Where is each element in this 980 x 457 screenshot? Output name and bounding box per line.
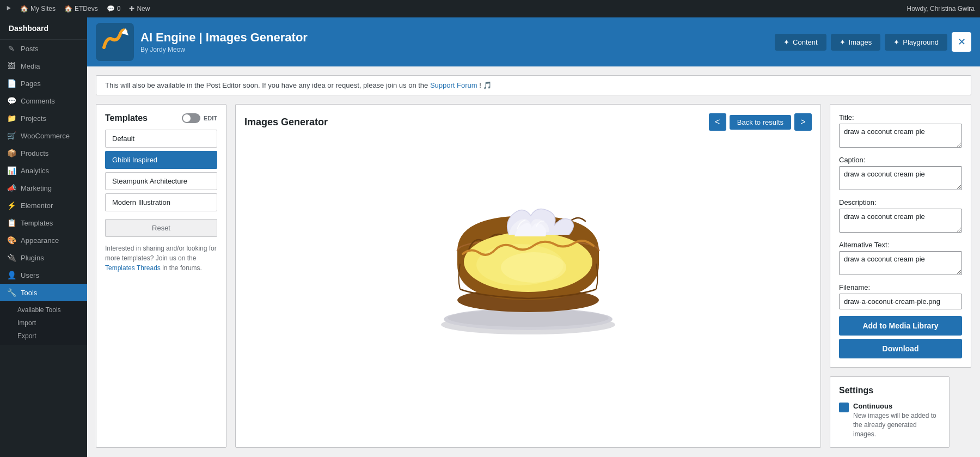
filename-input[interactable]: [839, 294, 962, 309]
info-bar: This will also be available in the Post …: [96, 75, 971, 95]
posts-icon: ✎: [7, 44, 16, 53]
sidebar-item-analytics[interactable]: 📊 Analytics: [0, 162, 87, 179]
continuous-label: Continuous: [853, 402, 940, 410]
admin-bar: ‣ 🏠 My Sites 🏠 ETDevs 💬 0 ✚ New Howdy, C…: [0, 0, 980, 17]
continuous-option-content: Continuous New images will be added to t…: [853, 402, 940, 438]
toggle-knob: [183, 114, 191, 122]
sidebar-brand[interactable]: Dashboard: [0, 17, 87, 40]
sidebar-tools-submenu: Available Tools Import Export: [0, 301, 87, 345]
filename-field-group: Filename:: [839, 283, 962, 309]
sidebar-item-marketing[interactable]: 📣 Marketing: [0, 179, 87, 197]
add-to-media-library-btn[interactable]: Add to Media Library: [839, 316, 962, 336]
projects-icon: 📁: [7, 114, 16, 123]
sidebar-item-comments[interactable]: 💬 Comments: [0, 92, 87, 109]
support-forum-link[interactable]: Support Forum: [430, 81, 477, 89]
plugin-author: By Jordy Meow: [140, 46, 308, 53]
sidebar-item-projects[interactable]: 📁 Projects: [0, 109, 87, 127]
wp-logo-icon[interactable]: ‣: [5, 3, 11, 15]
appearance-icon: 🎨: [7, 236, 16, 245]
header-nav-images-btn[interactable]: ✦ Images: [831, 34, 881, 51]
plugin-logo-svg: [99, 26, 131, 58]
content-area: AI Engine | Images Generator By Jordy Me…: [87, 17, 980, 457]
comments-icon: 💬: [7, 96, 16, 105]
sidebar-sub-import[interactable]: Import: [0, 316, 87, 330]
sidebar-item-templates[interactable]: 📋 Templates: [0, 214, 87, 231]
generated-image-container: [244, 139, 812, 357]
header-close-btn[interactable]: ✕: [952, 32, 971, 52]
description-textarea[interactable]: [839, 209, 962, 233]
three-col-layout: Templates EDIT Default Ghibli Inspired S…: [96, 104, 971, 448]
plugin-title: AI Engine | Images Generator: [140, 31, 308, 45]
settings-title: Settings: [839, 386, 940, 395]
sidebar-item-tools[interactable]: 🔧 Tools: [0, 284, 87, 301]
header-nav: ✦ Content ✦ Images ✦ Playground ✕: [775, 32, 971, 52]
filename-label: Filename:: [839, 283, 962, 291]
sidebar-item-posts[interactable]: ✎ Posts: [0, 40, 87, 57]
back-results-btn[interactable]: Back to results: [730, 115, 791, 130]
header-nav-content-btn[interactable]: ✦ Content: [775, 34, 826, 51]
template-item-modern[interactable]: Modern Illustration: [105, 193, 217, 211]
generator-header: Images Generator < Back to results >: [244, 113, 812, 131]
generator-panel: Images Generator < Back to results >: [235, 104, 821, 448]
close-icon: ✕: [958, 36, 966, 48]
plugins-icon: 🔌: [7, 253, 16, 262]
templates-title: Templates: [105, 113, 148, 123]
template-item-steampunk[interactable]: Steampunk Architecture: [105, 172, 217, 190]
continuous-checkbox[interactable]: [839, 403, 849, 412]
sidebar-item-products[interactable]: 📦 Products: [0, 144, 87, 162]
elementor-icon: ⚡: [7, 201, 16, 210]
edit-toggle[interactable]: EDIT: [182, 113, 217, 123]
templates-threads-link[interactable]: Templates Threads: [105, 264, 161, 272]
sun-icon-2: ✦: [840, 38, 846, 46]
sun-icon-3: ✦: [893, 38, 899, 46]
sidebar-item-woocommerce[interactable]: 🛒 WooCommerce: [0, 127, 87, 144]
woocommerce-icon: 🛒: [7, 131, 16, 140]
adminbar-user-greeting: Howdy, Christina Gwira: [907, 5, 975, 13]
sidebar-sub-export[interactable]: Export: [0, 330, 87, 343]
template-item-default[interactable]: Default: [105, 130, 217, 148]
home-icon: 🏠: [20, 5, 28, 13]
generated-pie-image: [425, 156, 632, 341]
templates-panel: Templates EDIT Default Ghibli Inspired S…: [96, 104, 226, 448]
alt-text-textarea[interactable]: [839, 251, 962, 275]
generator-title: Images Generator: [244, 117, 328, 128]
tools-icon: 🔧: [7, 288, 16, 297]
sidebar-item-media[interactable]: 🖼 Media: [0, 57, 87, 75]
download-btn[interactable]: Download: [839, 339, 962, 358]
settings-panel: Settings Continuous New images will be a…: [830, 376, 950, 448]
sidebar-item-plugins[interactable]: 🔌 Plugins: [0, 249, 87, 266]
sidebar-item-appearance[interactable]: 🎨 Appearance: [0, 231, 87, 249]
header-nav-playground-btn[interactable]: ✦ Playground: [885, 34, 947, 51]
title-textarea[interactable]: [839, 124, 962, 148]
reset-button[interactable]: Reset: [105, 219, 217, 237]
templates-panel-header: Templates EDIT: [105, 113, 217, 123]
template-item-ghibli[interactable]: Ghibli Inspired: [105, 151, 217, 169]
adminbar-sitename[interactable]: 🏠 ETDevs: [64, 5, 98, 13]
caption-label: Caption:: [839, 156, 962, 164]
right-panels: Title: Caption: Description: Altern: [830, 104, 971, 448]
sidebar-item-elementor[interactable]: ⚡ Elementor: [0, 197, 87, 214]
adminbar-mysites[interactable]: 🏠 My Sites: [20, 5, 56, 13]
sidebar-sub-available-tools[interactable]: Available Tools: [0, 303, 87, 316]
fields-panel: Title: Caption: Description: Altern: [830, 104, 971, 368]
adminbar-comments[interactable]: 💬 0: [107, 5, 121, 13]
title-label: Title:: [839, 113, 962, 121]
main-container: Dashboard ✎ Posts 🖼 Media 📄 Pages 💬 Comm…: [0, 17, 980, 457]
nav-next-btn[interactable]: >: [794, 113, 812, 131]
templates-icon: 📋: [7, 218, 16, 227]
sidebar-item-users[interactable]: 👤 Users: [0, 266, 87, 284]
toggle-edit-label: EDIT: [204, 115, 217, 121]
caption-textarea[interactable]: [839, 166, 962, 190]
sidebar: Dashboard ✎ Posts 🖼 Media 📄 Pages 💬 Comm…: [0, 17, 87, 457]
toggle-switch[interactable]: [182, 113, 200, 123]
continuous-option: Continuous New images will be added to t…: [839, 402, 940, 438]
plugin-header: AI Engine | Images Generator By Jordy Me…: [87, 17, 980, 66]
description-field-group: Description:: [839, 198, 962, 234]
nav-prev-btn[interactable]: <: [709, 113, 726, 131]
users-icon: 👤: [7, 271, 16, 279]
marketing-icon: 📣: [7, 184, 16, 192]
adminbar-new[interactable]: ✚ New: [129, 5, 150, 13]
description-label: Description:: [839, 198, 962, 206]
sidebar-item-pages[interactable]: 📄 Pages: [0, 75, 87, 92]
analytics-icon: 📊: [7, 166, 16, 175]
